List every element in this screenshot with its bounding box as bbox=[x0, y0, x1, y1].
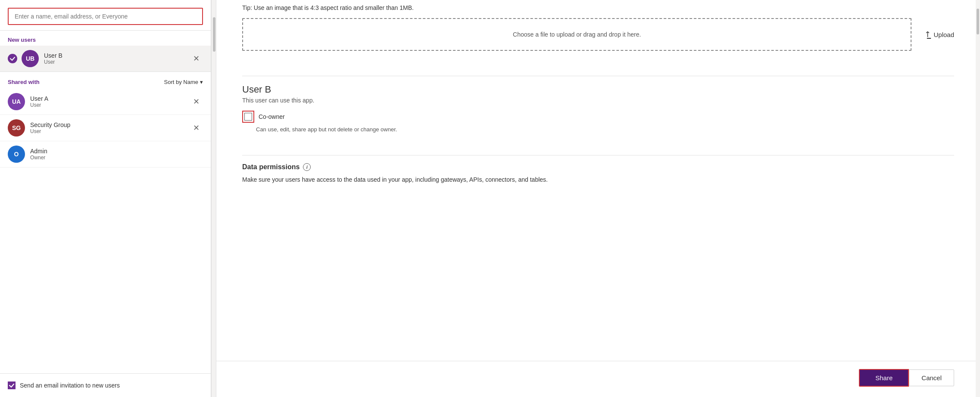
coowner-label: Co-owner bbox=[259, 113, 285, 120]
admin-info: Admin Owner bbox=[30, 148, 203, 161]
tip-text: Tip: Use an image that is 4:3 aspect rat… bbox=[242, 4, 954, 11]
sort-by-button[interactable]: Sort by Name ▾ bbox=[164, 79, 203, 85]
send-email-label: Send an email invitation to new users bbox=[20, 382, 120, 389]
send-email-checkbox[interactable] bbox=[8, 381, 16, 389]
section-divider-2 bbox=[242, 155, 954, 155]
selected-user-role: User bbox=[44, 59, 190, 65]
security-group-name: Security Group bbox=[30, 121, 190, 128]
data-permissions-section: Data permissions i Make sure your users … bbox=[242, 163, 954, 193]
right-content: Tip: Use an image that is 4:3 aspect rat… bbox=[216, 0, 980, 361]
remove-user-a-button[interactable]: ✕ bbox=[190, 96, 203, 107]
list-item: SG Security Group User ✕ bbox=[0, 115, 211, 141]
check-icon bbox=[9, 56, 16, 62]
send-email-row: Send an email invitation to new users bbox=[0, 373, 211, 397]
coowner-row: Co-owner bbox=[242, 111, 954, 123]
security-group-info: Security Group User bbox=[30, 121, 190, 134]
sort-by-label: Sort by Name bbox=[164, 79, 198, 85]
upload-icon: ↑̲ bbox=[924, 30, 931, 39]
avatar-sg: SG bbox=[8, 119, 25, 136]
selected-user-row: UB User B User ✕ bbox=[0, 46, 211, 72]
cancel-button[interactable]: Cancel bbox=[909, 369, 954, 386]
search-input[interactable] bbox=[8, 8, 203, 25]
search-input-wrapper bbox=[0, 0, 211, 31]
avatar-ub: UB bbox=[22, 50, 39, 67]
user-b-section: User B This user can use this app. Co-ow… bbox=[242, 84, 954, 147]
data-permissions-description: Make sure your users have access to the … bbox=[242, 175, 954, 184]
check-circle bbox=[8, 54, 17, 63]
chevron-down-icon: ▾ bbox=[200, 79, 203, 85]
check-icon bbox=[9, 382, 15, 388]
coowner-checkbox-wrapper[interactable] bbox=[242, 111, 254, 123]
upload-area-wrapper: Choose a file to upload or drag and drop… bbox=[242, 18, 954, 51]
shared-with-header: Shared with Sort by Name ▾ bbox=[0, 72, 211, 89]
bottom-bar: Share Cancel bbox=[216, 361, 980, 397]
new-users-label: New users bbox=[0, 31, 211, 46]
user-a-role: User bbox=[30, 102, 190, 108]
list-item: O Admin Owner bbox=[0, 141, 211, 167]
user-b-description: This user can use this app. bbox=[242, 97, 954, 104]
user-a-name: User A bbox=[30, 95, 190, 102]
upload-button-label: Upload bbox=[933, 31, 954, 38]
remove-sg-button[interactable]: ✕ bbox=[190, 122, 203, 133]
upload-dropzone[interactable]: Choose a file to upload or drag and drop… bbox=[242, 18, 911, 51]
user-b-name: User B bbox=[242, 84, 954, 95]
selected-user-info: User B User bbox=[44, 52, 190, 65]
coowner-hint: Can use, edit, share app but not delete … bbox=[256, 126, 954, 133]
coowner-checkbox[interactable] bbox=[244, 113, 252, 121]
upload-section: Tip: Use an image that is 4:3 aspect rat… bbox=[242, 0, 954, 68]
admin-role: Owner bbox=[30, 155, 203, 161]
data-permissions-title: Data permissions i bbox=[242, 163, 954, 171]
scroll-thumb[interactable] bbox=[213, 17, 215, 52]
section-divider-1 bbox=[242, 76, 954, 76]
selected-user-name: User B bbox=[44, 52, 190, 59]
right-panel: Tip: Use an image that is 4:3 aspect rat… bbox=[216, 0, 980, 397]
user-a-info: User A User bbox=[30, 95, 190, 108]
shared-with-label: Shared with bbox=[8, 79, 40, 85]
admin-name: Admin bbox=[30, 148, 203, 155]
remove-user-b-button[interactable]: ✕ bbox=[190, 53, 203, 64]
left-panel: New users UB User B User ✕ Shared with S… bbox=[0, 0, 211, 397]
info-icon: i bbox=[303, 163, 311, 171]
security-group-role: User bbox=[30, 128, 190, 134]
right-scroll-thumb[interactable] bbox=[977, 9, 979, 34]
upload-button[interactable]: ↑̲ Upload bbox=[924, 30, 954, 39]
avatar-admin: O bbox=[8, 146, 25, 163]
list-item: UA User A User ✕ bbox=[0, 89, 211, 115]
right-scrollbar bbox=[976, 0, 980, 397]
data-permissions-title-text: Data permissions bbox=[242, 163, 300, 171]
scrollbar-divider bbox=[211, 0, 216, 397]
share-button[interactable]: Share bbox=[859, 369, 909, 387]
avatar-ua: UA bbox=[8, 93, 25, 110]
